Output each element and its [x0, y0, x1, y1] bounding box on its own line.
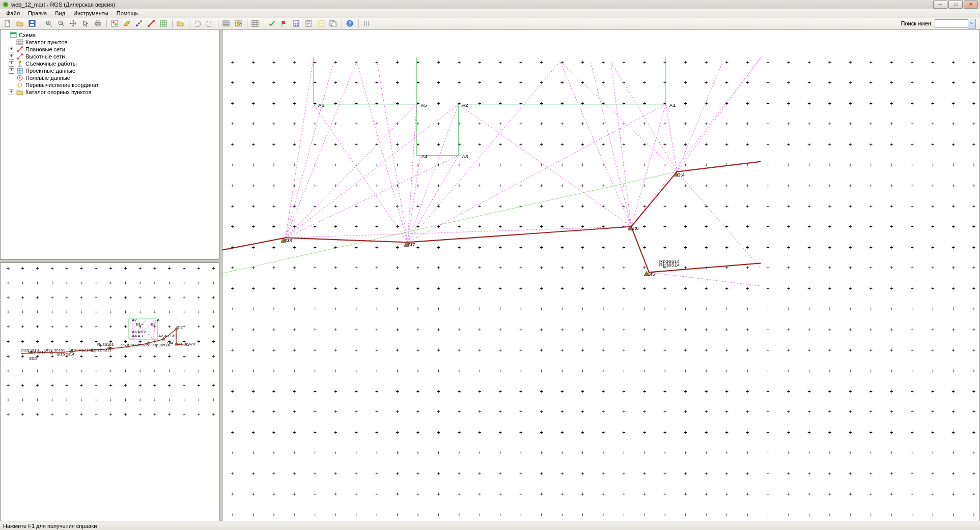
layer-raster-icon[interactable]: [158, 18, 169, 28]
node-label: St12 St11: [94, 348, 112, 352]
menu-view[interactable]: Вид: [51, 9, 69, 17]
tree-item[interactable]: Перевычисление координат: [9, 81, 219, 89]
grid-cross: +: [746, 450, 749, 456]
grid-cross: +: [109, 295, 112, 301]
grid-cross: +: [251, 429, 255, 435]
new-file-icon[interactable]: [2, 18, 13, 28]
svg-point-14: [136, 24, 138, 26]
close-button[interactable]: ✕: [964, 1, 978, 9]
grid-cross: +: [931, 183, 934, 189]
print-icon[interactable]: [92, 18, 103, 28]
check-icon[interactable]: [266, 18, 277, 28]
pointer-icon[interactable]: [80, 18, 91, 28]
grid-cross: +: [766, 512, 769, 518]
main-canvas[interactable]: ++++++++++++++++++++++++++++++++++++++++…: [222, 30, 979, 521]
calc-icon[interactable]: [291, 18, 302, 28]
main-canvas-panel[interactable]: ++++++++++++++++++++++++++++++++++++++++…: [222, 29, 980, 521]
grid-cross: +: [746, 408, 749, 415]
menu-file[interactable]: Файл: [2, 9, 24, 17]
grid-cross: +: [807, 203, 810, 209]
tree-item[interactable]: Полевые данные: [9, 74, 219, 81]
grid-cross: +: [643, 203, 646, 209]
grid-cross: +: [643, 491, 646, 497]
grid-cross: +: [622, 368, 625, 374]
table-edit-icon[interactable]: [233, 18, 244, 28]
grid-cross: +: [7, 295, 10, 301]
handles-icon[interactable]: [361, 18, 372, 28]
grid-cross: +: [972, 388, 975, 394]
grid-cross: +: [561, 79, 564, 85]
expand-icon[interactable]: +: [9, 68, 14, 74]
grid-cross: +: [416, 512, 419, 518]
grid-cross: +: [787, 512, 790, 518]
pan-icon[interactable]: [68, 18, 79, 28]
minimize-button[interactable]: ─: [933, 1, 947, 9]
edge: [631, 226, 649, 272]
grid-cross: +: [437, 100, 440, 106]
report-icon[interactable]: [303, 18, 314, 28]
grid-cross: +: [807, 491, 810, 497]
grid-cross: +: [354, 244, 357, 250]
grid-cross: +: [437, 183, 440, 189]
tree-item[interactable]: Каталог пунктов: [9, 39, 219, 46]
menu-help[interactable]: Помощь: [113, 9, 143, 17]
grid-cross: +: [972, 327, 975, 333]
expand-icon[interactable]: +: [9, 47, 14, 52]
menu-edit[interactable]: Правка: [24, 9, 51, 17]
grid-cross: +: [197, 280, 200, 286]
grid-cross: +: [272, 79, 275, 85]
layer-toggle-icon[interactable]: [109, 18, 120, 28]
tree-item[interactable]: Схема: [10, 32, 219, 39]
search-input[interactable]: [935, 19, 968, 28]
grid-cross: +: [725, 162, 728, 168]
grid-cross: +: [951, 162, 955, 168]
grid-cross: +: [272, 203, 275, 209]
grid-cross: +: [251, 59, 255, 65]
redo-icon[interactable]: [204, 18, 215, 28]
grid-cross: +: [540, 429, 543, 435]
layer-point-icon[interactable]: [133, 18, 145, 28]
grid-cross: +: [951, 59, 955, 65]
grid-cross: +: [21, 323, 24, 330]
flags-icon[interactable]: [278, 18, 290, 28]
menu-tools[interactable]: Инструменты: [69, 9, 113, 17]
grid-icon[interactable]: [249, 18, 261, 28]
overview-canvas[interactable]: ++++++++++++++++++++++++++++++++++++++++…: [1, 263, 219, 416]
maximize-button[interactable]: ▭: [948, 1, 963, 9]
tree-item[interactable]: +Съемочные работы: [9, 60, 219, 67]
save-icon[interactable]: [26, 18, 38, 28]
grid-cross: +: [870, 203, 873, 209]
notes-icon[interactable]: [315, 18, 326, 28]
expand-icon[interactable]: +: [9, 54, 14, 60]
table-icon[interactable]: [220, 18, 232, 28]
open-file-icon[interactable]: [14, 18, 25, 28]
zoom-out-icon[interactable]: [55, 18, 67, 28]
zoom-in-icon[interactable]: [43, 18, 54, 28]
search-dropdown-button[interactable]: [968, 19, 976, 28]
grid-cross: +: [602, 183, 605, 189]
copy-icon[interactable]: [327, 18, 339, 28]
tree-item[interactable]: +Плановые сети: [9, 46, 219, 53]
grid-cross: +: [437, 491, 440, 497]
layer-line-icon[interactable]: [146, 18, 157, 28]
help-icon[interactable]: ?: [344, 18, 355, 28]
project-tree[interactable]: СхемаКаталог пунктов+Плановые сети+Высот…: [1, 30, 219, 96]
grid-cross: +: [354, 162, 357, 168]
layer-edit-icon[interactable]: [121, 18, 132, 28]
tree-item[interactable]: +Каталог опорных пунктов: [9, 89, 219, 96]
tree-item[interactable]: +Высотные сети: [9, 53, 219, 60]
expand-icon[interactable]: +: [9, 61, 14, 67]
grid-cross: +: [95, 382, 98, 388]
folder-icon[interactable]: [175, 18, 186, 28]
expand-icon[interactable]: +: [9, 90, 14, 95]
grid-cross: +: [197, 353, 200, 359]
grid-cross: +: [581, 121, 584, 127]
grid-cross: +: [849, 121, 852, 127]
grid-cross: +: [95, 295, 98, 301]
tree-item[interactable]: +Проектные данные: [9, 67, 219, 74]
toolbar-separator: [247, 19, 247, 27]
undo-icon[interactable]: [191, 18, 203, 28]
grid-cross: +: [972, 264, 975, 271]
overview-canvas-panel[interactable]: ++++++++++++++++++++++++++++++++++++++++…: [0, 262, 219, 521]
grid-cross: +: [314, 512, 317, 518]
